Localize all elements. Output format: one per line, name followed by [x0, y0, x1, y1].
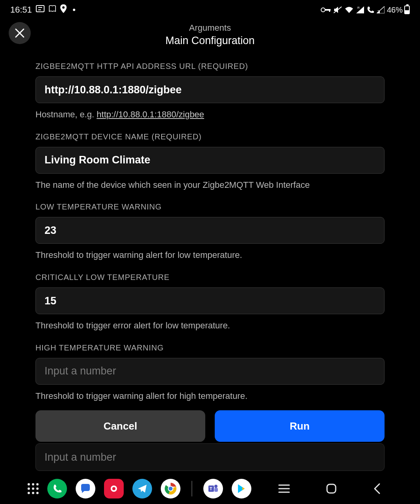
header-subtitle: Arguments: [0, 23, 420, 33]
input-crit-low-temp[interactable]: [35, 287, 385, 314]
nav-back-icon[interactable]: [373, 483, 381, 495]
field-device-name: ZIGBE2MQTT DEVICE NAME (REQUIRED) The na…: [35, 132, 385, 191]
label-api-url: ZIGBEE2MQTT HTTP API ADDRESS URL (REQUIR…: [35, 62, 385, 71]
dock-divider: [191, 481, 192, 497]
app-messages-icon[interactable]: [76, 479, 95, 498]
field-api-url: ZIGBEE2MQTT HTTP API ADDRESS URL (REQUIR…: [35, 62, 385, 120]
app-playstore-icon[interactable]: [232, 479, 251, 498]
battery-icon: [404, 6, 410, 14]
signal2-icon: 2: [377, 6, 385, 13]
svg-point-15: [169, 487, 173, 491]
field-crit-low-temp: CRITICALLY LOW TEMPERATURE Threshold to …: [35, 273, 385, 332]
status-bar: 16:51 R 2 46%: [0, 0, 420, 20]
help-crit-low-temp: Threshold to trigger error alert for low…: [35, 320, 385, 332]
field-high-temp-warn: HIGH TEMPERATURE WARNING Threshold to tr…: [35, 343, 385, 402]
mute-icon: [333, 6, 342, 14]
input-device-name[interactable]: [35, 147, 385, 174]
status-left: 16:51: [10, 4, 75, 15]
system-nav: [278, 483, 392, 495]
help-low-temp-warn: Threshold to trigger warning alert for l…: [35, 249, 385, 261]
label-device-name: ZIGBE2MQTT DEVICE NAME (REQUIRED): [35, 132, 385, 141]
help-device-name: The name of the device which seen in you…: [35, 179, 385, 191]
svg-point-18: [214, 485, 217, 488]
input-low-temp-warn[interactable]: [35, 217, 385, 244]
action-bar: Cancel Run: [35, 410, 385, 442]
input-peek-number[interactable]: Input a number: [35, 443, 385, 471]
call-icon: [366, 6, 374, 14]
help-high-temp-warn: Threshold to trigger warning allert for …: [35, 390, 385, 402]
svg-rect-19: [214, 488, 218, 492]
svg-rect-23: [327, 484, 336, 493]
cancel-button[interactable]: Cancel: [35, 410, 205, 442]
page-header: Arguments Main Configuration: [0, 20, 420, 54]
navigation-dock: T: [0, 473, 420, 504]
input-high-temp-warn[interactable]: [35, 358, 385, 385]
battery-indicator: 46%: [387, 6, 410, 15]
svg-text:R: R: [357, 6, 360, 9]
wifi-icon: [344, 6, 354, 13]
location-icon: [60, 4, 67, 15]
svg-point-3: [62, 6, 65, 9]
svg-point-4: [321, 8, 325, 12]
status-time: 16:51: [10, 5, 32, 15]
nav-recents-icon[interactable]: [278, 484, 290, 493]
battery-percent: 46%: [387, 6, 403, 15]
header-title: Main Configuration: [0, 35, 420, 47]
app-chrome-icon[interactable]: [161, 479, 180, 498]
label-low-temp-warn: LOW TEMPERATURE WARNING: [35, 202, 385, 211]
peek-placeholder: Input a number: [45, 451, 116, 463]
svg-rect-6: [329, 9, 330, 12]
app-drawer-icon[interactable]: [28, 483, 39, 494]
help-api-url-link[interactable]: http://10.88.0.1:1880/zigbee: [97, 109, 204, 119]
input-api-url[interactable]: [35, 76, 385, 103]
app-telegram-icon[interactable]: [132, 479, 152, 498]
app-phone-icon[interactable]: [47, 479, 67, 498]
app-teams-icon[interactable]: T: [203, 479, 223, 498]
field-low-temp-warn: LOW TEMPERATURE WARNING Threshold to tri…: [35, 202, 385, 261]
status-dot-icon: [73, 9, 75, 11]
book-icon: [48, 5, 56, 15]
nav-home-icon[interactable]: [325, 483, 337, 495]
status-right: R 2 46%: [321, 6, 410, 15]
close-button[interactable]: [9, 22, 31, 44]
form-content: ZIGBEE2MQTT HTTP API ADDRESS URL (REQUIR…: [0, 62, 420, 402]
label-high-temp-warn: HIGH TEMPERATURE WARNING: [35, 343, 385, 352]
svg-rect-0: [36, 6, 44, 12]
svg-point-12: [112, 487, 115, 490]
close-icon: [15, 28, 25, 38]
label-crit-low-temp: CRITICALLY LOW TEMPERATURE: [35, 273, 385, 282]
run-button[interactable]: Run: [215, 410, 385, 442]
help-api-url: Hostname, e.g. http://10.88.0.1:1880/zig…: [35, 109, 385, 120]
vpn-key-icon: [321, 7, 331, 13]
help-api-url-prefix: Hostname, e.g.: [35, 109, 97, 119]
svg-text:T: T: [210, 486, 212, 491]
notif-icon: [36, 5, 45, 15]
app-camera-icon[interactable]: [104, 479, 124, 498]
signal-icon: R: [356, 6, 364, 13]
